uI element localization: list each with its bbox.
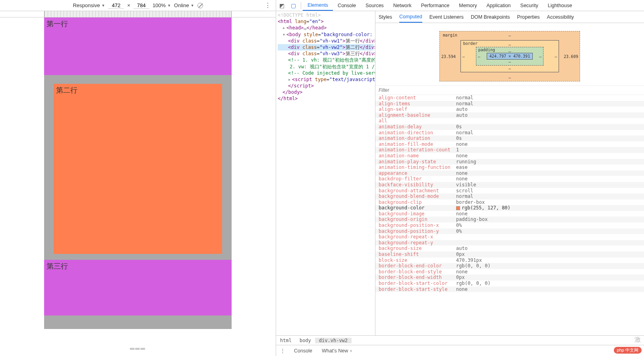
dom-div-vh-vw1[interactable]: <div class="vh-vw1">第一行</div> (278, 38, 373, 44)
drawer-menu-icon[interactable]: ⋮ (276, 348, 289, 354)
computed-background-position-y[interactable]: background-position-y0% (375, 228, 644, 234)
computed-align-content[interactable]: align-contentnormal (375, 95, 644, 101)
dom-doctype: <!DOCTYPE html> (278, 12, 373, 18)
viewport-resize-bar: ═══ (0, 342, 276, 356)
computed-background-repeat-x[interactable]: background-repeat-x (375, 234, 644, 240)
devtools-tab-elements[interactable]: Elements (303, 0, 333, 11)
page-row-1: 第一行 (44, 17, 232, 75)
computed-animation-fill-mode[interactable]: animation-fill-modenone (375, 141, 644, 147)
devtools-tab-network[interactable]: Network (389, 0, 416, 11)
dom-div-vh-vw3[interactable]: <div class="vh-vw3">第三行</div> (278, 50, 373, 57)
devtools-panel: ◩ ▢ ElementsConsoleSourcesNetworkPerform… (276, 0, 644, 356)
computed-border-block-end-width[interactable]: border-block-end-width0px (375, 275, 644, 281)
viewport-area: 第一行 第二行 第三行 (0, 17, 276, 342)
breadcrumb-div-vh-vw2[interactable]: div.vh-vw2 (315, 338, 352, 343)
styles-tab-styles[interactable]: Styles (379, 12, 392, 22)
computed-alignment-baseline[interactable]: alignment-baselineauto (375, 112, 644, 118)
computed-border-block-end-color[interactable]: border-block-end-colorrgb(0, 0, 0) (375, 263, 644, 269)
no-throttling-icon[interactable] (197, 3, 203, 8)
devtools-tab-console[interactable]: Console (333, 0, 361, 11)
computed-animation-play-state[interactable]: animation-play-staterunning (375, 159, 644, 165)
styles-tabstrip: StylesComputedEvent ListenersDOM Breakpo… (375, 11, 644, 23)
dom-comment-liveserver: <!-- Code injected by live-server --> (278, 70, 373, 76)
computed-background-clip[interactable]: background-clipborder-box (375, 199, 644, 205)
computed-all[interactable]: all (375, 118, 644, 124)
styles-tab-computed[interactable]: Computed (399, 12, 422, 23)
devtools-tabstrip: ◩ ▢ ElementsConsoleSourcesNetworkPerform… (276, 0, 644, 11)
computed-backdrop-filter[interactable]: backdrop-filternone (375, 176, 644, 182)
console-drawer: ⋮ Console What's New× (276, 345, 644, 356)
computed-backface-visibility[interactable]: backface-visibilityvisible (375, 182, 644, 188)
computed-background-origin[interactable]: background-originpadding-box (375, 217, 644, 222)
watermark-badge: php 中文网 (614, 347, 642, 354)
computed-background-blend-mode[interactable]: background-blend-modenormal (375, 193, 644, 199)
box-model-diagram: margin – – 23.594 23.609 border – – – – … (375, 23, 644, 85)
computed-background-attachment[interactable]: background-attachmentscroll (375, 188, 644, 194)
filter-input[interactable] (379, 87, 641, 93)
computed-border-block-start-style[interactable]: border-block-start-stylenone (375, 286, 644, 292)
more-options-icon[interactable]: ⋮ (265, 2, 271, 9)
computed-border-block-start-color[interactable]: border-block-start-colorrgb(0, 0, 0) (375, 281, 644, 286)
box-model-content: 424.797 × 470.391 (487, 53, 533, 60)
computed-background-color[interactable]: background-colorrgb(255, 127, 80) (375, 205, 644, 211)
devtools-tab-memory[interactable]: Memory (454, 0, 482, 11)
viewport-panel: Responsive × 100% Online ⋮ 第一行 第二行 第三行 ═… (0, 0, 276, 356)
computed-background-size[interactable]: background-sizeauto (375, 246, 644, 252)
devtools-tab-performance[interactable]: Performance (416, 0, 454, 11)
dom-comment-vw: 2. vw: 视口"初始包含块"宽度的 1 / 100 --> (278, 64, 373, 70)
computed-animation-duration[interactable]: animation-duration0s (375, 135, 644, 141)
styles-tab-properties[interactable]: Properties (517, 12, 540, 22)
dom-div-vh-vw2[interactable]: <div class="vh-vw2">第二行</div> == $ (278, 44, 373, 50)
computed-border-block-end-style[interactable]: border-block-end-stylenone (375, 269, 644, 275)
dimension-separator: × (127, 2, 130, 8)
computed-background-image[interactable]: background-imagenone (375, 211, 644, 217)
computed-align-self[interactable]: align-selfauto (375, 106, 644, 112)
page-row-2: 第二行 (54, 84, 222, 254)
activate-windows-text: 激 (634, 336, 641, 344)
computed-animation-timing-function[interactable]: animation-timing-functionease (375, 164, 644, 170)
drawer-tab-console[interactable]: Console (289, 348, 317, 354)
device-frame: 第一行 第二行 第三行 (44, 17, 232, 329)
dom-head[interactable]: <head>…</head> (278, 25, 373, 31)
dom-html-open[interactable]: <html lang="en"> (278, 18, 373, 25)
devtools-tab-lighthouse[interactable]: Lighthouse (543, 0, 577, 11)
devtools-tab-sources[interactable]: Sources (361, 0, 389, 11)
computed-animation-name[interactable]: animation-namenone (375, 153, 644, 159)
computed-background-position-x[interactable]: background-position-x0% (375, 222, 644, 228)
breadcrumb-html[interactable]: html (276, 338, 296, 343)
computed-block-size[interactable]: block-size470.391px (375, 257, 644, 263)
computed-background-repeat-y[interactable]: background-repeat-y (375, 240, 644, 246)
dom-body-open[interactable]: <body style="background-color: darkgray;… (278, 31, 373, 38)
styles-sidebar: StylesComputedEvent ListenersDOM Breakpo… (375, 11, 644, 335)
computed-animation-delay[interactable]: animation-delay0s (375, 124, 644, 130)
computed-styles-list[interactable]: align-contentnormalalign-itemsnormalalig… (375, 95, 644, 335)
resize-handle-icon[interactable]: ═══ (130, 345, 146, 352)
device-toggle-icon[interactable]: ▢ (288, 2, 299, 9)
devtools-tab-security[interactable]: Security (516, 0, 543, 11)
viewport-width-input[interactable] (108, 2, 124, 9)
styles-tab-event-listeners[interactable]: Event Listeners (429, 12, 464, 22)
zoom-select[interactable]: 100% (153, 2, 171, 8)
close-icon[interactable]: × (348, 348, 352, 353)
styles-tab-accessibility[interactable]: Accessibility (547, 12, 574, 22)
computed-animation-direction[interactable]: animation-directionnormal (375, 130, 644, 136)
computed-baseline-shift[interactable]: baseline-shift0px (375, 252, 644, 257)
page-row-3: 第三行 (44, 260, 232, 315)
computed-align-items[interactable]: align-itemsnormal (375, 101, 644, 107)
computed-animation-iteration-count[interactable]: animation-iteration-count1 (375, 147, 644, 153)
throttling-select[interactable]: Online (174, 2, 194, 8)
dom-breadcrumb[interactable]: htmlbodydiv.vh-vw2 (276, 335, 644, 345)
device-mode-select[interactable]: Responsive (73, 2, 105, 8)
dom-script[interactable]: <script type="text/javascript">… (278, 76, 373, 83)
elements-tree[interactable]: <!DOCTYPE html> <html lang="en"> <head>…… (276, 11, 375, 335)
drawer-tab-whatsnew[interactable]: What's New× (317, 348, 357, 354)
computed-appearance[interactable]: appearancenone (375, 170, 644, 176)
devtools-tab-application[interactable]: Application (482, 0, 515, 11)
dom-comment-vh: <!-- 1. vh: 视口"初始包含块"高度的 1 / 100 (278, 57, 373, 63)
viewport-toolbar: Responsive × 100% Online ⋮ (0, 0, 276, 11)
breadcrumb-body[interactable]: body (296, 338, 315, 343)
viewport-height-input[interactable] (133, 2, 149, 9)
styles-tab-dom-breakpoints[interactable]: DOM Breakpoints (471, 12, 510, 22)
inspect-icon[interactable]: ◩ (276, 2, 288, 9)
ruler-horizontal (0, 11, 276, 17)
